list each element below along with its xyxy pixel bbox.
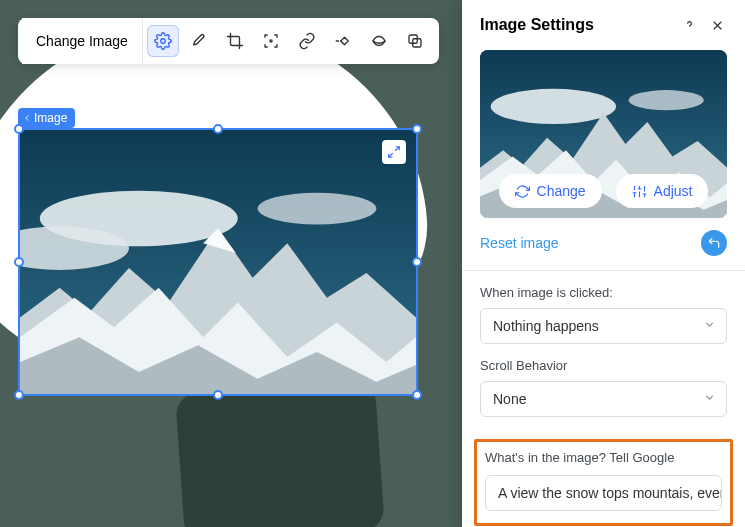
mask-icon[interactable] [363, 25, 395, 57]
brush-icon[interactable] [183, 25, 215, 57]
link-icon[interactable] [291, 25, 323, 57]
scroll-behavior-label: Scroll Behavior [480, 358, 727, 373]
selected-image[interactable] [18, 128, 418, 396]
click-behavior-select[interactable]: Nothing happens [480, 308, 727, 344]
image-toolbar: Change Image [18, 18, 439, 64]
alt-text-label: What's in the image? Tell Google [485, 450, 722, 465]
svg-point-7 [258, 193, 377, 225]
undo-icon[interactable] [701, 230, 727, 256]
svg-point-14 [491, 89, 616, 124]
adjust-button[interactable]: Adjust [616, 174, 709, 208]
panel-header: Image Settings [462, 0, 745, 50]
help-icon[interactable] [675, 11, 703, 39]
expand-icon[interactable] [382, 140, 406, 164]
resize-handle[interactable] [213, 390, 223, 400]
overlap-icon[interactable] [399, 25, 431, 57]
animation-icon[interactable] [327, 25, 359, 57]
resize-handle[interactable] [412, 390, 422, 400]
svg-line-9 [389, 153, 393, 157]
change-image-button[interactable]: Change Image [22, 18, 143, 64]
change-button[interactable]: Change [499, 174, 602, 208]
svg-point-1 [270, 40, 272, 42]
chevron-down-icon [703, 391, 716, 407]
settings-icon[interactable] [147, 25, 179, 57]
close-icon[interactable] [703, 11, 731, 39]
background-shape-b [175, 380, 385, 527]
resize-handle[interactable] [14, 257, 24, 267]
svg-line-8 [395, 147, 399, 151]
resize-handle[interactable] [412, 124, 422, 134]
chevron-down-icon [703, 318, 716, 334]
alt-text-section: What's in the image? Tell Google A view … [474, 439, 733, 526]
breadcrumb-label: Image [34, 111, 67, 125]
svg-point-15 [629, 90, 704, 110]
resize-handle[interactable] [14, 390, 24, 400]
panel-title: Image Settings [480, 16, 675, 34]
mountain-image [20, 130, 416, 394]
breadcrumb[interactable]: Image [18, 108, 75, 128]
alt-text-input[interactable]: A view the snow tops mountais, ever… [485, 475, 722, 511]
scroll-behavior-select[interactable]: None [480, 381, 727, 417]
svg-point-0 [161, 39, 166, 44]
focal-point-icon[interactable] [255, 25, 287, 57]
resize-handle[interactable] [14, 124, 24, 134]
resize-handle[interactable] [412, 257, 422, 267]
resize-handle[interactable] [213, 124, 223, 134]
crop-icon[interactable] [219, 25, 251, 57]
image-settings-panel: Image Settings Change Adjust Reset image [462, 0, 745, 527]
reset-image-link[interactable]: Reset image [480, 235, 701, 251]
image-preview: Change Adjust [480, 50, 727, 218]
click-behavior-label: When image is clicked: [480, 285, 727, 300]
